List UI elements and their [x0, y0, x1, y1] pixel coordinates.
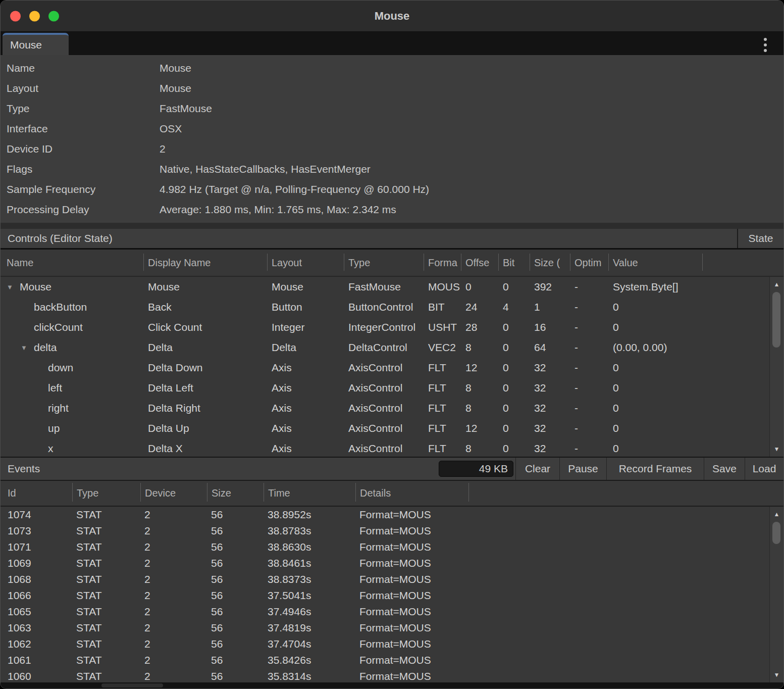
event-row-1062[interactable]: 1062STAT25637.4704sFormat=MOUS	[1, 636, 769, 652]
event-buffer-size-field[interactable]: 49 KB	[439, 461, 513, 477]
event-row-1069[interactable]: 1069STAT25638.8461sFormat=MOUS	[1, 555, 769, 571]
column-header-type[interactable]: Type	[72, 481, 140, 506]
control-value: 0	[608, 382, 702, 394]
control-type: FastMouse	[344, 281, 424, 293]
state-button[interactable]: State	[737, 229, 783, 248]
column-header-offse[interactable]: Offse	[461, 250, 498, 276]
controls-section-header: Controls (Editor State) State	[1, 229, 783, 250]
column-header-layout[interactable]: Layout	[267, 250, 344, 276]
control-display: Delta Up	[143, 422, 267, 434]
control-name: x	[1, 442, 143, 455]
control-name: up	[1, 422, 143, 434]
events-button-record-frames[interactable]: Record Frames	[606, 458, 704, 480]
foldout-triangle-icon[interactable]: ▼	[21, 344, 27, 352]
column-header-forma[interactable]: Forma	[424, 250, 461, 276]
maximize-button[interactable]	[48, 11, 59, 21]
event-size: 56	[207, 509, 264, 521]
event-device: 2	[140, 557, 207, 569]
scrollbar-thumb[interactable]	[772, 522, 780, 544]
control-display: Delta	[143, 341, 267, 354]
control-row-mouse[interactable]: ▼MouseMouseMouseFastMouseMOUS00392-Syste…	[1, 277, 769, 297]
column-header-spacer	[702, 250, 783, 276]
event-type: STAT	[72, 525, 140, 537]
control-value: System.Byte[]	[608, 281, 702, 293]
column-header-value[interactable]: Value	[608, 250, 702, 276]
column-header-optim[interactable]: Optim	[570, 250, 608, 276]
control-type: ButtonControl	[344, 301, 424, 313]
property-label: Processing Delay	[7, 204, 160, 216]
events-button-load[interactable]: Load	[745, 458, 783, 480]
control-row-right[interactable]: rightDelta RightAxisAxisControlFLT8032-0	[1, 398, 769, 418]
event-type: STAT	[72, 622, 140, 634]
event-row-1061[interactable]: 1061STAT25635.8426sFormat=MOUS	[1, 652, 769, 668]
event-id: 1073	[1, 525, 72, 537]
events-button-pause[interactable]: Pause	[559, 458, 606, 480]
event-row-1071[interactable]: 1071STAT25638.8630sFormat=MOUS	[1, 539, 769, 555]
event-device: 2	[140, 541, 207, 553]
events-scrollbar[interactable]: ▲ ▼	[769, 507, 783, 682]
control-name: down	[1, 362, 143, 374]
control-optimized: -	[570, 301, 608, 313]
column-header-details[interactable]: Details	[355, 481, 468, 506]
control-layout: Integer	[267, 321, 344, 333]
controls-scrollbar[interactable]: ▲ ▼	[769, 277, 783, 457]
control-row-delta[interactable]: ▼deltaDeltaDeltaDeltaControlVEC28064-(0.…	[1, 337, 769, 358]
control-size: 32	[530, 362, 570, 374]
control-size: 32	[530, 442, 570, 455]
scroll-down-icon[interactable]: ▼	[770, 446, 783, 452]
minimize-button[interactable]	[29, 11, 40, 21]
control-type: AxisControl	[344, 422, 424, 434]
events-button-save[interactable]: Save	[704, 458, 745, 480]
kebab-menu-icon[interactable]	[762, 36, 768, 54]
control-row-clickcount[interactable]: clickCountClick CountIntegerIntegerContr…	[1, 317, 769, 337]
event-row-1063[interactable]: 1063STAT25637.4819sFormat=MOUS	[1, 620, 769, 636]
scrollbar-thumb[interactable]	[101, 683, 163, 687]
close-button[interactable]	[10, 11, 21, 21]
event-row-1073[interactable]: 1073STAT25638.8783sFormat=MOUS	[1, 523, 769, 539]
scroll-down-icon[interactable]: ▼	[770, 672, 783, 678]
control-size: 32	[530, 382, 570, 394]
control-row-up[interactable]: upDelta UpAxisAxisControlFLT12032-0	[1, 418, 769, 438]
control-row-backbutton[interactable]: backButtonBackButtonButtonControlBIT2441…	[1, 297, 769, 317]
event-row-1060[interactable]: 1060STAT25635.8314sFormat=MOUS	[1, 668, 769, 682]
foldout-triangle-icon[interactable]: ▼	[7, 283, 13, 291]
scroll-up-icon[interactable]: ▲	[770, 281, 783, 287]
event-row-1065[interactable]: 1065STAT25637.4946sFormat=MOUS	[1, 604, 769, 620]
scroll-up-icon[interactable]: ▲	[770, 511, 783, 517]
event-details: Format=MOUS	[355, 606, 468, 618]
control-format: FLT	[424, 362, 461, 374]
scrollbar-thumb[interactable]	[772, 292, 780, 348]
control-row-x[interactable]: xDelta XAxisAxisControlFLT8032-0	[1, 438, 769, 457]
column-header-id[interactable]: Id	[1, 481, 72, 506]
column-header-display-name[interactable]: Display Name	[143, 250, 267, 276]
column-header-spacer	[468, 481, 783, 506]
property-value: Mouse	[160, 82, 783, 94]
property-label: Flags	[7, 163, 160, 175]
control-row-left[interactable]: leftDelta LeftAxisAxisControlFLT8032-0	[1, 378, 769, 398]
event-row-1068[interactable]: 1068STAT25638.8373sFormat=MOUS	[1, 571, 769, 587]
column-header-type[interactable]: Type	[344, 250, 424, 276]
control-offset: 8	[461, 442, 498, 455]
control-offset: 24	[461, 301, 498, 313]
tab-mouse[interactable]: Mouse	[3, 33, 69, 55]
control-display: Click Count	[143, 321, 267, 333]
control-name: ▼Mouse	[1, 281, 143, 293]
control-row-down[interactable]: downDelta DownAxisAxisControlFLT12032-0	[1, 358, 769, 378]
event-device: 2	[140, 589, 207, 602]
column-header-time[interactable]: Time	[264, 481, 355, 506]
control-layout: Axis	[267, 422, 344, 434]
event-details: Format=MOUS	[355, 622, 468, 634]
column-header-device[interactable]: Device	[140, 481, 207, 506]
control-value: 0	[608, 442, 702, 455]
column-header-name[interactable]: Name	[1, 250, 143, 276]
column-header-size[interactable]: Size (	[530, 250, 570, 276]
event-row-1074[interactable]: 1074STAT25638.8952sFormat=MOUS	[1, 507, 769, 523]
column-header-size[interactable]: Size	[207, 481, 264, 506]
events-button-clear[interactable]: Clear	[515, 458, 559, 480]
event-row-1066[interactable]: 1066STAT25637.5041sFormat=MOUS	[1, 587, 769, 604]
horizontal-scrollbar[interactable]	[1, 682, 783, 688]
event-details: Format=MOUS	[355, 670, 468, 682]
event-id: 1065	[1, 606, 72, 618]
control-optimized: -	[570, 341, 608, 354]
column-header-bit[interactable]: Bit	[498, 250, 530, 276]
